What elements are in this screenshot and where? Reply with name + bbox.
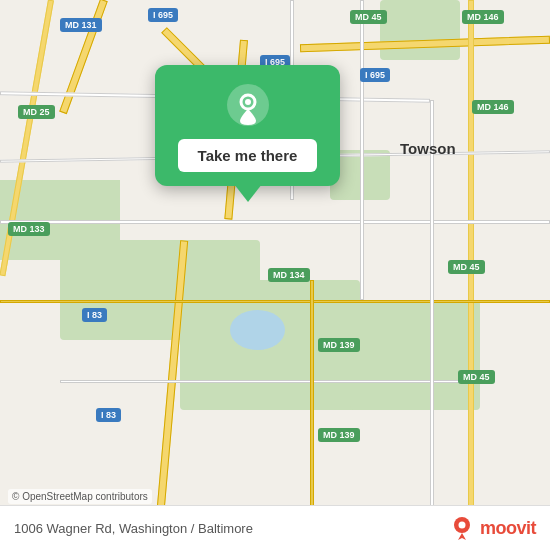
location-pin-icon (226, 83, 270, 127)
label-i695c: I 695 (360, 68, 390, 82)
road-horizontal-2 (0, 220, 550, 224)
label-i695a: I 695 (148, 8, 178, 22)
water-feature (230, 310, 285, 350)
green-area-5 (380, 0, 460, 60)
road-horizontal-5 (60, 380, 460, 383)
label-md133: MD 133 (8, 222, 50, 236)
road-vertical-1 (360, 0, 364, 300)
map-container: MD 131 MD 25 MD 133 I 695 I 695 I 695 MD… (0, 0, 550, 550)
svg-point-4 (458, 522, 465, 529)
address-text: 1006 Wagner Rd, Washington / Baltimore (14, 521, 253, 536)
take-me-there-button[interactable]: Take me there (178, 139, 318, 172)
label-md45a: MD 45 (350, 10, 387, 24)
bottom-bar: 1006 Wagner Rd, Washington / Baltimore m… (0, 505, 550, 550)
label-md139a: MD 139 (318, 338, 360, 352)
label-md139b: MD 139 (318, 428, 360, 442)
label-md45b: MD 45 (448, 260, 485, 274)
label-md146a: MD 146 (462, 10, 504, 24)
label-md134: MD 134 (268, 268, 310, 282)
moovit-logo: moovit (448, 514, 536, 542)
popup-box: Take me there (155, 65, 340, 186)
label-md131: MD 131 (60, 18, 102, 32)
label-i83a: I 83 (82, 308, 107, 322)
osm-attribution: © OpenStreetMap contributors (8, 489, 152, 504)
map-popup: Take me there (155, 65, 340, 186)
label-md146b: MD 146 (472, 100, 514, 114)
road-vertical-3 (430, 100, 434, 550)
label-md45c: MD 45 (458, 370, 495, 384)
moovit-brand-name: moovit (480, 518, 536, 539)
highway-md45 (468, 0, 474, 550)
svg-point-2 (245, 99, 251, 105)
moovit-pin-icon (448, 514, 476, 542)
road-horizontal-4 (0, 300, 550, 303)
towson-label: Towson (400, 140, 456, 157)
green-area-4 (350, 300, 480, 410)
label-md25: MD 25 (18, 105, 55, 119)
label-i83b: I 83 (96, 408, 121, 422)
